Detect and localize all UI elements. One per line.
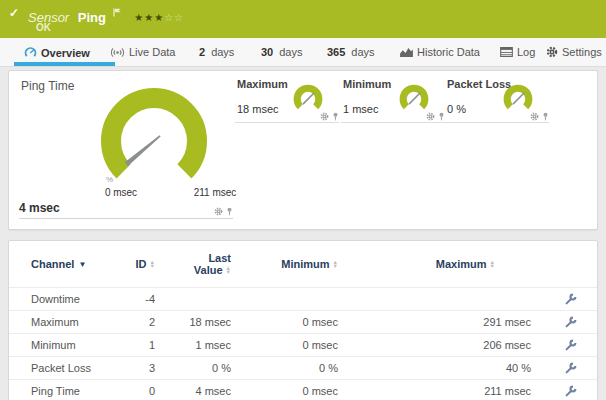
stars-empty: ☆☆ xyxy=(164,12,184,23)
gauge-scale-min: 0 msec xyxy=(93,187,149,198)
pin-icon[interactable] xyxy=(332,112,339,121)
channel-minimum: 0 msec xyxy=(231,339,338,351)
sort-icon: ▲▼ xyxy=(490,260,495,269)
priority-flag-icon[interactable] xyxy=(113,5,121,20)
tab-2-days-number: 2 xyxy=(199,46,205,58)
column-header-minimum[interactable]: Minimum ▲▼ xyxy=(231,258,338,270)
sensor-title: Ping xyxy=(78,10,106,25)
wrench-icon[interactable] xyxy=(564,316,577,329)
gauge-icon xyxy=(24,46,37,59)
channel-minimum: 0 msec xyxy=(231,385,338,397)
tab-historic-data[interactable]: Historic Data xyxy=(400,46,480,58)
column-header-label: Maximum xyxy=(436,258,487,270)
tab-30-days[interactable]: 30 days xyxy=(261,46,303,58)
tab-365-days-number: 365 xyxy=(327,46,345,58)
table-row-minimum[interactable]: Minimum 1 1 msec 0 msec 206 msec xyxy=(9,333,597,356)
table-row-packet-loss[interactable]: Packet Loss 3 0 % 0 % 40 % xyxy=(9,356,597,379)
tab-365-days[interactable]: 365 days xyxy=(327,46,375,58)
priority-stars[interactable]: ★★★☆☆ xyxy=(134,12,184,23)
tab-overview-label: Overview xyxy=(41,47,90,59)
gear-icon[interactable] xyxy=(320,112,329,121)
gauge-needle xyxy=(513,93,524,104)
channel-id: -4 xyxy=(131,293,155,305)
mini-gauge-divider xyxy=(445,122,549,123)
tab-live-data[interactable]: Live Data xyxy=(110,46,175,58)
pin-icon[interactable] xyxy=(226,207,233,216)
mini-gauge-label: Minimum xyxy=(343,78,391,90)
sensor-status-badge: OK xyxy=(36,22,51,33)
tab-30-days-label: days xyxy=(279,46,302,58)
main-gauge-value: 4 msec xyxy=(19,201,60,215)
column-header-label: Minimum xyxy=(281,258,329,270)
main-gauge-divider xyxy=(19,218,233,219)
broadcast-icon xyxy=(110,47,125,58)
tab-2-days-label: days xyxy=(211,46,234,58)
area-chart-icon xyxy=(400,47,413,58)
mini-gauge-divider xyxy=(341,122,445,123)
channel-name: Ping Time xyxy=(31,385,131,397)
tab-historic-data-label: Historic Data xyxy=(417,46,480,58)
gear-icon[interactable] xyxy=(426,112,435,121)
gauge-needle xyxy=(409,93,420,104)
table-row-downtime[interactable]: Downtime -4 xyxy=(9,287,597,310)
gear-icon[interactable] xyxy=(214,207,223,216)
pin-icon[interactable] xyxy=(438,112,445,121)
channel-last-value: 4 msec xyxy=(155,385,231,397)
mini-gauge-divider xyxy=(235,122,339,123)
gauge-needle xyxy=(303,93,314,104)
table-row-maximum[interactable]: Maximum 2 18 msec 0 msec 291 msec xyxy=(9,310,597,333)
channel-name: Maximum xyxy=(31,316,131,328)
column-header-channel[interactable]: Channel ▼ xyxy=(31,258,131,270)
column-header-label: Value xyxy=(194,264,223,276)
stars-filled: ★★★ xyxy=(134,12,164,23)
channel-name: Packet Loss xyxy=(31,362,131,374)
tab-log[interactable]: Log xyxy=(500,46,535,58)
channel-maximum: 291 msec xyxy=(338,316,531,328)
mini-gauge-packet-loss: Packet Loss 0 % xyxy=(445,71,549,229)
wrench-icon[interactable] xyxy=(564,385,577,398)
mini-gauge-label: Maximum xyxy=(237,78,288,90)
channel-maximum: 211 msec xyxy=(338,385,531,397)
channel-minimum: 0 % xyxy=(231,362,338,374)
column-header-maximum[interactable]: Maximum ▲▼ xyxy=(338,258,531,270)
channel-table-panel: Channel ▼ ID ▲▼ Last Value▲▼ Minimum ▲▼ … xyxy=(8,240,598,400)
sensor-header: ✓ Sensor Ping ★★★☆☆ OK xyxy=(0,0,606,38)
gear-icon[interactable] xyxy=(530,112,539,121)
column-header-label: Channel xyxy=(31,258,74,270)
tab-settings[interactable]: Settings xyxy=(546,46,602,58)
channel-last-value: 18 msec xyxy=(155,316,231,328)
wrench-icon[interactable] xyxy=(564,293,577,306)
main-gauge-title: Ping Time xyxy=(21,79,74,93)
table-row-ping-time[interactable]: Ping Time 0 4 msec 0 msec 211 msec xyxy=(9,379,597,400)
sort-desc-icon: ▼ xyxy=(78,260,86,269)
column-header-last-value[interactable]: Last Value▲▼ xyxy=(155,252,231,276)
gauge-needle xyxy=(125,135,161,166)
log-icon xyxy=(500,47,513,57)
mini-gauge-value: 18 msec xyxy=(237,103,279,115)
tab-365-days-label: days xyxy=(351,46,374,58)
active-tab-underline xyxy=(14,62,115,66)
wrench-icon[interactable] xyxy=(564,339,577,352)
tab-2-days[interactable]: 2 days xyxy=(199,46,234,58)
column-header-id[interactable]: ID ▲▼ xyxy=(131,258,155,270)
channel-id: 0 xyxy=(131,385,155,397)
percent-toggle-icon[interactable]: % xyxy=(106,175,113,184)
column-header-label: ID xyxy=(136,258,147,270)
tab-bar: Overview Live Data 2 days 30 days 365 da… xyxy=(0,38,606,67)
pin-icon[interactable] xyxy=(542,112,549,121)
tab-log-label: Log xyxy=(517,46,535,58)
prtg-sensor-page: ✓ Sensor Ping ★★★☆☆ OK Overview Liv xyxy=(0,0,606,400)
channel-minimum: 0 msec xyxy=(231,316,338,328)
tab-live-data-label: Live Data xyxy=(129,46,175,58)
tab-settings-label: Settings xyxy=(562,46,602,58)
mini-gauge-maximum: Maximum 18 msec xyxy=(235,71,339,229)
channel-last-value: 0 % xyxy=(155,362,231,374)
channel-id: 3 xyxy=(131,362,155,374)
wrench-icon[interactable] xyxy=(564,362,577,375)
channel-name: Minimum xyxy=(31,339,131,351)
gear-icon xyxy=(546,46,558,58)
mini-gauge-minimum: Minimum 1 msec xyxy=(341,71,445,229)
channel-last-value: 1 msec xyxy=(155,339,231,351)
mini-gauge-value: 1 msec xyxy=(343,103,378,115)
tab-overview[interactable]: Overview xyxy=(24,46,90,59)
